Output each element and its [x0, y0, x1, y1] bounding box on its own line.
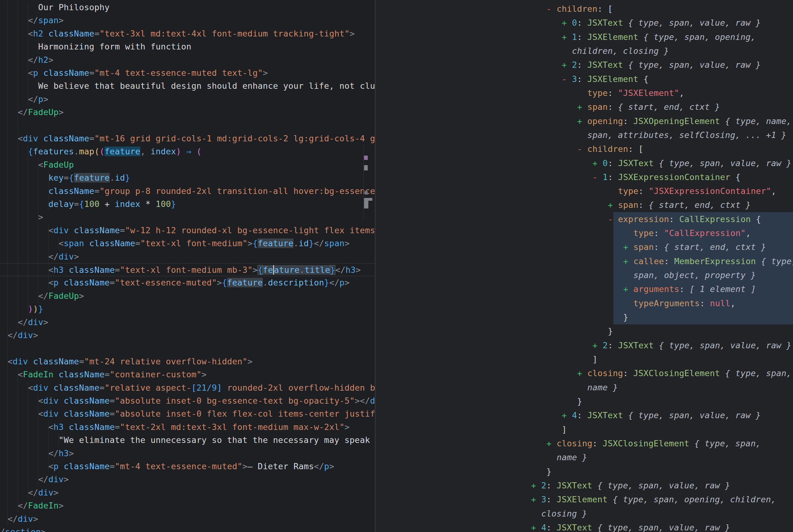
code-line[interactable]: </p> — [0, 93, 49, 106]
code-line[interactable]: <FadeUp — [0, 158, 74, 172]
tree-expand-toggle[interactable]: + — [562, 411, 572, 420]
code-line[interactable]: <h3 className="text-xl font-medium mb-3"… — [0, 263, 361, 277]
ast-tree-row[interactable]: children, closing } — [562, 44, 669, 58]
code-line[interactable]: <p className="mt-4 text-essence-muted">—… — [0, 460, 334, 473]
ast-tree-row[interactable]: span, attributes, selfClosing, ... +1 } — [577, 128, 787, 142]
ast-tree-row[interactable]: } — [577, 394, 582, 408]
code-line[interactable]: </span> — [0, 14, 64, 27]
ast-tree-row[interactable]: + span: { start, end, ctxt } — [623, 240, 766, 254]
code-line[interactable]: "We eliminate the unnecessary so that th… — [0, 434, 375, 447]
tree-expand-toggle[interactable]: + — [562, 32, 572, 42]
ast-tree-row[interactable]: + 4: JSXText { type, span, value, raw } — [531, 520, 730, 532]
ast-tree-row[interactable]: + closing: JSXClosingElement { type, spa… — [546, 436, 761, 451]
tree-expand-toggle[interactable]: + — [546, 439, 557, 448]
code-line[interactable]: </div> — [0, 250, 79, 264]
tree-collapse-toggle[interactable]: - — [608, 214, 618, 224]
code-line[interactable]: </div> — [0, 486, 59, 499]
ast-tree-row[interactable]: closing } — [531, 507, 587, 521]
ast-tree-row[interactable]: type: "JSXExpressionContainer", — [608, 184, 776, 198]
ast-tree-row[interactable]: + arguments: [ 1 element ] — [623, 282, 756, 296]
ast-tree-row[interactable]: } — [546, 464, 552, 479]
code-line[interactable]: <div className="mt-16 grid grid-cols-1 m… — [0, 132, 375, 145]
ast-tree-row[interactable]: type: "CallExpression", — [623, 226, 751, 240]
code-line[interactable]: {features.map((feature, index) ⇒ ( — [0, 145, 202, 158]
ast-tree-pane[interactable]: - children: [+ 0: JSXText { type, span, … — [375, 0, 793, 532]
ast-tree-row[interactable]: ] — [593, 352, 598, 366]
code-line[interactable]: </FadeIn> — [0, 499, 64, 513]
code-editor-pane[interactable]: Our Philosophy </span> <h2 className="te… — [0, 0, 375, 532]
code-line[interactable]: We believe that beautiful design should … — [0, 79, 375, 93]
ast-tree-row[interactable]: + 2: JSXText { type, span, value, raw } — [562, 58, 761, 72]
code-line[interactable]: <div className="absolute inset-0 flex fl… — [0, 407, 375, 421]
ast-tree-row[interactable]: span, object, property } — [623, 268, 756, 282]
code-line[interactable]: <div className="w-12 h-12 rounded-xl bg-… — [0, 224, 375, 237]
ast-tree-row[interactable]: - children: [ — [546, 2, 613, 16]
ast-tree-row[interactable]: + opening: JSXOpeningElement { type, nam… — [577, 114, 791, 128]
tree-expand-toggle[interactable]: + — [562, 18, 572, 27]
ast-tree-row[interactable]: - children: [ — [577, 142, 644, 156]
ast-tree-row[interactable]: + closing: JSXClosingElement { type, spa… — [577, 366, 791, 380]
ast-tree-row[interactable]: - 1: JSXExpressionContainer { — [593, 170, 741, 184]
tree-collapse-toggle[interactable]: - — [562, 74, 572, 84]
code-line[interactable]: <p className="text-essence-muted">{featu… — [0, 276, 350, 289]
tree-expand-toggle[interactable]: + — [593, 158, 603, 168]
tree-expand-toggle[interactable]: + — [531, 523, 541, 532]
ast-tree-row[interactable]: type: "JSXElement", — [577, 86, 684, 100]
ast-tree-row[interactable]: + 4: JSXText { type, span, value, raw } — [562, 408, 761, 422]
ast-tree-row[interactable]: + 0: JSXText { type, span, value, raw } — [562, 16, 761, 30]
tree-expand-toggle[interactable]: + — [623, 256, 633, 266]
ast-tree-row[interactable]: - expression: CallExpression { — [608, 212, 761, 226]
tree-collapse-toggle[interactable]: - — [546, 4, 557, 14]
code-line[interactable]: <div className="mt-24 relative overflow-… — [0, 355, 253, 368]
code-line[interactable]: <h2 className="text-3xl md:text-4xl font… — [0, 27, 355, 40]
code-line[interactable]: /section> — [0, 526, 46, 532]
code-line[interactable]: </div> — [0, 329, 38, 342]
code-line[interactable]: </h2> — [0, 54, 54, 67]
code-line[interactable]: ))} — [0, 303, 43, 316]
code-line[interactable] — [0, 342, 8, 355]
tree-expand-toggle[interactable]: + — [531, 495, 541, 504]
code-line[interactable]: className="group p-8 rounded-2xl transit… — [0, 185, 375, 198]
tree-collapse-toggle[interactable]: - — [577, 144, 587, 154]
code-line[interactable]: </FadeUp> — [0, 106, 64, 119]
code-line[interactable]: delay={100 + index * 100} — [0, 198, 176, 211]
ast-tree-row[interactable]: + 2: JSXText { type, span, value, raw } — [593, 338, 792, 353]
code-line[interactable]: </div> — [0, 513, 38, 526]
ast-tree-row[interactable]: name } — [546, 450, 587, 464]
ast-tree-row[interactable]: + callee: MemberExpression { type, — [623, 254, 793, 268]
code-line[interactable]: Harmonizing form with function — [0, 40, 191, 54]
code-line[interactable]: > — [0, 211, 43, 224]
tree-expand-toggle[interactable]: + — [608, 200, 618, 210]
ast-tree-row[interactable]: - 3: JSXElement { — [562, 72, 649, 86]
ast-tree-row[interactable]: + 2: JSXText { type, span, value, raw } — [531, 478, 730, 493]
ast-tree-row[interactable]: typeArguments: null, — [623, 296, 735, 310]
code-line[interactable]: </FadeUp> — [0, 289, 84, 303]
code-line[interactable] — [0, 119, 18, 132]
ast-tree-row[interactable]: + span: { start, end, ctxt } — [577, 100, 720, 114]
code-line[interactable]: <div className="absolute inset-0 bg-esse… — [0, 394, 375, 408]
tree-expand-toggle[interactable]: + — [593, 341, 603, 350]
code-line[interactable]: key={feature.id} — [0, 171, 130, 185]
ast-tree-row[interactable]: + span: { start, end, ctxt } — [608, 198, 751, 212]
tree-expand-toggle[interactable]: + — [577, 368, 587, 378]
code-line[interactable]: </div> — [0, 473, 69, 486]
tree-expand-toggle[interactable]: + — [562, 60, 572, 70]
ast-tree-row[interactable]: ] — [562, 422, 567, 437]
tree-collapse-toggle[interactable]: - — [593, 172, 603, 182]
code-line[interactable]: <div className="relative aspect-[21/9] r… — [0, 381, 375, 395]
ast-tree-row[interactable]: } — [608, 324, 613, 338]
tree-expand-toggle[interactable]: + — [623, 242, 633, 252]
tree-expand-toggle[interactable]: + — [577, 116, 587, 126]
code-line[interactable]: </h3> — [0, 447, 74, 460]
code-line[interactable]: <p className="mt-4 text-essence-muted te… — [0, 66, 268, 80]
ast-tree-row[interactable]: name } — [577, 380, 618, 395]
code-line[interactable]: </div> — [0, 316, 49, 329]
tree-expand-toggle[interactable]: + — [623, 284, 633, 294]
ast-tree-row[interactable]: + 1: JSXElement { type, span, opening, — [562, 30, 756, 44]
tree-expand-toggle[interactable]: + — [531, 481, 541, 490]
code-line[interactable]: <span className="text-xl font-medium">{f… — [0, 237, 350, 250]
ast-tree-row[interactable]: + 3: JSXElement { type, span, opening, c… — [531, 492, 776, 507]
tree-expand-toggle[interactable]: + — [577, 102, 587, 112]
code-line[interactable]: <h3 className="text-2xl md:text-3xl font… — [0, 421, 349, 434]
ast-tree-row[interactable]: } — [623, 310, 628, 324]
